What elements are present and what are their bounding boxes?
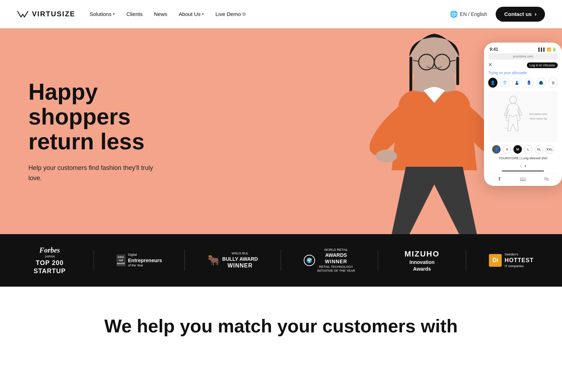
nav-about[interactable]: About Us ▾	[179, 11, 204, 17]
phone-nav-arrows: ‹ ›	[488, 163, 558, 169]
phone-action-row: ⬆ 📖 🛍	[488, 173, 558, 182]
award-mizuho: MIZUHO Innovation Awards	[401, 249, 443, 272]
hero-section: Happy shoppers return less Help your cus…	[0, 28, 562, 234]
body-icon-5[interactable]: 🧥	[536, 78, 546, 88]
svg-rect-3	[456, 57, 459, 85]
navbar: VIRTUSIZE Solutions ▾ Clients News About…	[0, 0, 562, 28]
phone-url-bar: yourstore.com	[488, 53, 558, 60]
measure1-label: 2cm below wrist	[529, 113, 547, 115]
body-icon-2[interactable]: 👕	[500, 78, 509, 88]
logo-text: VIRTUSIZE	[32, 10, 75, 18]
bottom-title: We help you match your customers with	[28, 315, 534, 337]
nav-live-demo[interactable]: Live Demo ⧉	[215, 11, 246, 17]
external-link-icon: ⧉	[242, 11, 246, 17]
internet-world-logo: internetworld	[117, 255, 125, 266]
phone-close-icon[interactable]: ✕	[488, 62, 492, 67]
size-s[interactable]: S	[503, 145, 511, 154]
size-xxl[interactable]: XXL	[545, 145, 554, 154]
globe-icon: 🌐	[450, 10, 458, 18]
hero-image: 9:41 ▌▌▌ 📶 🔋 yourstore.com ✕ Log in to V…	[169, 28, 562, 234]
next-icon[interactable]: ›	[524, 163, 526, 169]
contact-arrow-icon: ›	[535, 11, 536, 17]
navbar-left: VIRTUSIZE Solutions ▾ Clients News About…	[17, 10, 246, 18]
action-bag-icon[interactable]: 🛍	[544, 176, 549, 182]
nav-solutions[interactable]: Solutions ▾	[89, 11, 115, 17]
body-icon-4[interactable]: 👖	[524, 78, 534, 88]
about-arrow-icon: ▾	[202, 12, 204, 16]
phone-body-icons: 👤 👕 👗 👖 🧥 🗑	[488, 78, 558, 88]
phone-login-btn[interactable]: Log in to Virtusize	[527, 62, 558, 68]
product-name: YOURSTORE | Long-sleeved shirt	[488, 156, 558, 160]
body-icon-6[interactable]: 🗑	[549, 78, 558, 88]
phone-trying-on-label: Trying on your silhouette	[488, 71, 558, 75]
logo[interactable]: VIRTUSIZE	[17, 10, 75, 18]
body-icon-1[interactable]: 👤	[488, 78, 497, 88]
award-divider-1	[94, 250, 94, 271]
svg-point-10	[509, 96, 517, 103]
phone-status-bar: 9:41 ▌▌▌ 📶 🔋	[488, 47, 558, 53]
body-icon-3[interactable]: 👗	[512, 78, 522, 88]
hero-content: Happy shoppers return less Help your cus…	[0, 58, 184, 205]
phone-sizes-row: 👤 S M L XL XXL	[488, 145, 558, 154]
size-xl[interactable]: XL	[535, 145, 543, 154]
size-m[interactable]: M	[513, 145, 522, 154]
phone-signal: ▌▌▌ 📶 🔋	[538, 48, 556, 51]
award-digital: internetworld Digital Entrepreneurs of t…	[117, 253, 162, 268]
award-divider-4	[378, 250, 378, 271]
bottom-section: We help you match your customers with	[0, 287, 562, 351]
wra-globe-icon: 🌍	[304, 255, 315, 266]
hero-subtitle: Help your customers find fashion they'll…	[28, 163, 156, 183]
nav-clients[interactable]: Clients	[126, 11, 143, 17]
award-divider-5	[466, 250, 466, 271]
awards-bar: Forbes JAPAN TOP 200 STARTUP internetwor…	[0, 234, 562, 287]
lang-label: EN / English	[460, 11, 487, 17]
svg-point-9	[376, 150, 397, 162]
award-wra: 🌍 WORLD RETAIL AWARDS WINNER RETAIL TECH…	[304, 248, 355, 273]
hero-title: Happy shoppers return less	[28, 79, 156, 154]
silhouette-figure	[499, 95, 527, 138]
phone-mockup: 9:41 ▌▌▌ 📶 🔋 yourstore.com ✕ Log in to V…	[484, 43, 562, 186]
logo-icon	[17, 10, 28, 18]
action-share-icon[interactable]: ⬆	[497, 176, 502, 182]
award-di: Di Sweden's HOTTEST IT companies	[489, 253, 534, 268]
contact-button[interactable]: Contact us ›	[496, 7, 545, 22]
phone-silhouette: 2cm below wrist 10cm below hip	[488, 91, 558, 142]
award-wnus: 🐂 WNUS BUL BULLY AWARD WINNER	[208, 252, 258, 270]
navbar-right: 🌐 EN / English Contact us ›	[450, 7, 545, 22]
bull-icon: 🐂	[208, 254, 220, 267]
phone-time: 9:41	[490, 47, 498, 52]
award-forbes: Forbes JAPAN TOP 200 STARTUP	[28, 245, 71, 275]
user-avatar: 👤	[492, 145, 501, 154]
award-divider-2	[184, 250, 185, 271]
award-divider-3	[281, 250, 281, 271]
solutions-arrow-icon: ▾	[113, 12, 115, 16]
nav-news[interactable]: News	[154, 11, 167, 17]
action-book-icon[interactable]: 📖	[520, 176, 526, 182]
language-selector[interactable]: 🌐 EN / English	[450, 10, 487, 18]
di-badge: Di	[489, 254, 502, 267]
svg-rect-2	[409, 57, 412, 92]
nav-links: Solutions ▾ Clients News About Us ▾ Live…	[89, 11, 246, 17]
size-l[interactable]: L	[524, 145, 533, 154]
prev-icon[interactable]: ‹	[520, 163, 522, 169]
measure2-label: 10cm below hip	[529, 117, 547, 120]
